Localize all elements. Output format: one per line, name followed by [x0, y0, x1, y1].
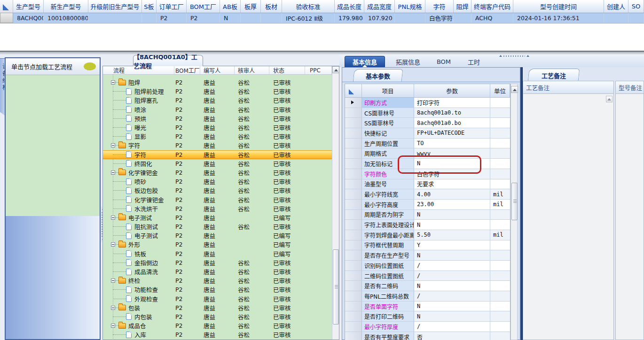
tree-row[interactable]: 入库P2唐益谷松已审核 — [103, 330, 332, 339]
tree-row[interactable]: 电子测试P2唐益已编写 — [103, 231, 332, 240]
param-row-header[interactable] — [345, 332, 362, 340]
tree-row[interactable]: 喷涂P2唐益谷松已审核 — [103, 105, 332, 114]
param-row[interactable]: 最小字符厚度/ — [345, 322, 510, 332]
param-value[interactable]: N — [414, 220, 490, 230]
param-row-header[interactable] — [345, 200, 362, 210]
param-row-header[interactable] — [345, 128, 362, 139]
param-row-header[interactable] — [345, 240, 362, 251]
param-row-header[interactable] — [345, 169, 362, 179]
tab-extended-info[interactable]: 拓展信息 — [388, 56, 428, 67]
cell-BOM工厂[interactable]: P2 — [187, 13, 220, 23]
tree-row[interactable]: 阻焊前处理P2唐益谷松已审核 — [103, 87, 332, 96]
param-row-header[interactable] — [345, 108, 362, 118]
horizontal-splitter[interactable] — [0, 51, 644, 54]
cell-创建人[interactable] — [604, 13, 628, 23]
tree-node[interactable]: 电子测试 — [103, 231, 174, 240]
param-row[interactable]: 生产周期位置TO — [345, 139, 510, 149]
param-value[interactable]: N — [414, 311, 490, 322]
tree-node[interactable]: 显影 — [103, 132, 174, 141]
column-header-创建人[interactable]: 创建人 — [604, 0, 628, 13]
param-row-header[interactable] — [345, 271, 362, 281]
param-row-header[interactable] — [345, 322, 362, 332]
param-row-header[interactable] — [345, 301, 362, 312]
cell-板厚[interactable] — [241, 13, 261, 23]
tree-node[interactable]: 阻焊塞孔 — [103, 96, 174, 105]
param-row-header[interactable] — [345, 250, 362, 261]
param-row-header[interactable] — [345, 139, 362, 149]
tree-node[interactable]: 功能检查 — [103, 285, 174, 294]
tree-row[interactable]: 金指倒边P2唐益谷松已审核 — [103, 258, 332, 267]
param-value[interactable]: FP+UL+DATECODE — [414, 128, 490, 139]
tree-row[interactable]: 字符P2唐益谷松已审核 — [103, 150, 332, 159]
cell-型号创建时间[interactable]: 2024-01-16 17:36:51 — [513, 13, 604, 23]
tree-node[interactable]: 内包装 — [103, 312, 174, 321]
cell-订单工厂[interactable]: P2 — [157, 13, 187, 23]
param-row[interactable]: 油墨型号无要求 — [345, 179, 510, 190]
tree-node[interactable]: 电子测试 — [103, 213, 174, 222]
expand-collapse-icon[interactable] — [111, 306, 115, 310]
column-header-订单工厂[interactable]: 订单工厂 — [157, 0, 187, 13]
tree-row[interactable]: 电子测试P2唐益已编写 — [103, 213, 332, 222]
scrollbar-thumb[interactable] — [511, 183, 518, 220]
param-value[interactable]: N — [414, 250, 490, 261]
cell-字符[interactable]: 白色字符 — [425, 13, 454, 23]
param-row-header[interactable] — [345, 118, 362, 128]
cell-终端客户代码[interactable]: ACHQ — [471, 13, 513, 23]
scroll-up-button[interactable] — [332, 66, 339, 73]
param-row[interactable]: 字符框代替周期Y — [345, 240, 510, 251]
tree-node[interactable]: 曝光 — [103, 123, 174, 132]
column-header-验收标准[interactable]: 验收标准 — [282, 0, 335, 13]
param-row-header[interactable] — [345, 311, 362, 322]
notes-scroll-up-button[interactable] — [606, 96, 613, 102]
column-header-板材[interactable]: 板材 — [261, 0, 282, 13]
column-header-SO[interactable]: SO — [628, 0, 644, 13]
tree-node[interactable]: 阻焊前处理 — [103, 87, 174, 96]
cell-验收标准[interactable]: IPC-6012 Ⅱ级 — [282, 13, 335, 23]
tree-row[interactable]: 喷砂P2唐益谷松已审核 — [103, 177, 332, 186]
param-row[interactable]: 是否单面字符N — [345, 301, 510, 312]
param-value[interactable]: / — [414, 261, 490, 271]
tree-row[interactable]: 内包装P2唐益谷松已审核 — [103, 312, 332, 321]
tree-row-clipped[interactable] — [103, 75, 332, 78]
expand-collapse-icon[interactable] — [111, 278, 115, 283]
cell-SO[interactable] — [628, 13, 644, 23]
param-column-项目[interactable]: 项目 — [362, 84, 414, 97]
column-header-新生产型号[interactable]: 新生产型号 — [44, 0, 88, 13]
cell-成品长度[interactable]: 179.980 — [335, 13, 364, 23]
column-header-型号创建时间[interactable]: 型号创建时间 — [513, 0, 604, 13]
tree-node[interactable]: 喷砂 — [103, 177, 174, 186]
param-value[interactable]: 8achq001a0.to — [414, 108, 490, 118]
tree-node[interactable]: 预烘 — [103, 114, 174, 123]
tree-node[interactable]: 外形 — [103, 240, 174, 249]
param-row-header[interactable] — [345, 261, 362, 271]
column-header-板厚[interactable]: 板厚 — [241, 0, 261, 13]
column-header-成品宽度[interactable]: 成品宽度 — [364, 0, 395, 13]
tree-node[interactable]: 外观检查 — [103, 294, 174, 303]
tree-row[interactable]: 终检P2唐益谷松已审核 — [103, 276, 332, 285]
param-row-header[interactable] — [345, 230, 362, 240]
column-header-生产型号[interactable]: 生产型号 — [13, 0, 44, 13]
param-row[interactable]: SS面菲林号8achq001a0.bo — [345, 118, 510, 128]
param-row-header[interactable] — [345, 179, 362, 190]
tree-node[interactable]: 阻抗测试 — [103, 222, 174, 231]
param-value[interactable]: N — [414, 301, 490, 312]
tree-node[interactable]: 化学镍钯金 — [103, 195, 174, 204]
param-value[interactable]: N — [414, 281, 490, 291]
model-table-row[interactable]: 8ACHQ001A010010800080473P2P2NIPC-6012 Ⅱ级… — [0, 13, 644, 23]
cell-成品宽度[interactable]: 107.920 — [364, 13, 395, 23]
tree-row[interactable]: 显影P2唐益谷松已审核 — [103, 132, 332, 141]
param-row[interactable]: 是否存在生产型号N — [345, 250, 510, 261]
tree-node[interactable]: 字符 — [103, 141, 174, 150]
tree-node[interactable]: 水洗烘干 — [103, 204, 174, 213]
param-value[interactable]: / — [414, 291, 490, 301]
param-row[interactable]: 字符到焊盘最小距离5.50mil — [345, 230, 510, 240]
tree-row[interactable]: 阻焊塞孔P2唐益谷松已审核 — [103, 96, 332, 105]
tree-row[interactable]: 功能检查P2唐益谷松已审核 — [103, 285, 332, 294]
tree-row[interactable]: 化学镍钯金P2唐益谷松已审核 — [103, 168, 332, 177]
param-row[interactable]: 是否有二维码N — [345, 281, 510, 291]
tree-row[interactable]: 外观检查P2唐益谷松已审核 — [103, 294, 332, 303]
param-value[interactable]: Y — [414, 240, 490, 251]
scroll-up-button[interactable] — [511, 86, 518, 93]
tree-column-核审人[interactable]: 核审人 — [235, 66, 269, 74]
process-flow-title-tab[interactable]: 【8ACHQ001A0】工艺流程 — [133, 55, 203, 66]
